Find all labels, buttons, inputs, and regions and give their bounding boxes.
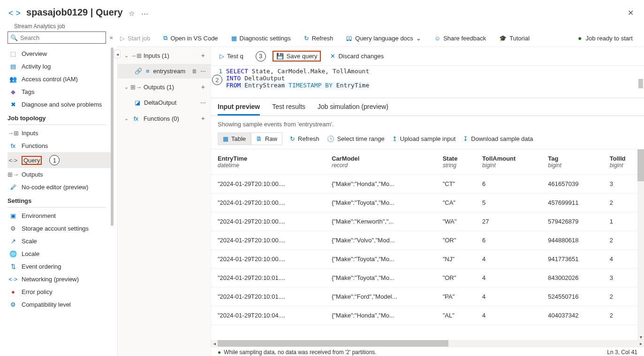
refresh-preview-button[interactable]: ↻Refresh	[290, 135, 319, 142]
nav-label: Compatibility level	[22, 301, 71, 308]
open-vscode-button[interactable]: ⧉Open in VS Code	[160, 32, 220, 44]
table-cell: 843002026	[541, 269, 603, 287]
scroll-left-icon[interactable]: ◂	[211, 340, 218, 347]
column-header-state[interactable]: Statestring	[436, 149, 476, 175]
add-output-icon[interactable]: +	[201, 83, 206, 91]
query-editor[interactable]: 1 2 3 SELECT State, CarModel.Make, TollA…	[211, 66, 644, 98]
query-docs-button[interactable]: 🕮Query language docs ⌄	[343, 33, 424, 44]
table-view-button[interactable]: ▦Table	[218, 132, 251, 145]
save-query-button[interactable]: 💾Save query	[273, 51, 321, 62]
tree-functions-group[interactable]: ⌄ fx Functions (0) +	[118, 110, 211, 127]
share-feedback-button[interactable]: ☺Share feedback	[432, 33, 489, 44]
nav-item-environment[interactable]: ▣Environment	[8, 209, 114, 222]
nav-item-scale[interactable]: ↗Scale	[8, 235, 114, 248]
scroll-down-icon[interactable]: ▾	[637, 333, 644, 340]
nav-label: Access control (IAM)	[22, 76, 78, 83]
left-nav: 🔍 « ⬚Overview▤Activity log👥Access contro…	[0, 30, 117, 356]
nav-item-compatibility-level[interactable]: ⚙Compatibility level	[8, 298, 114, 311]
file-icon[interactable]: 🗎	[192, 68, 197, 75]
nav-icon: ⬚	[9, 50, 17, 57]
nav-icon: ↗	[9, 238, 17, 245]
search-input[interactable]	[8, 31, 106, 44]
table-row[interactable]: "2024-01-29T20:10:00....{"Make":"Volvo",…	[211, 231, 644, 250]
table-row[interactable]: "2024-01-29T20:10:00....{"Make":"Honda",…	[211, 175, 644, 193]
column-header-tag[interactable]: Tagbigint	[541, 149, 603, 175]
table-row[interactable]: "2024-01-29T20:10:01....{"Make":"Ford","…	[211, 287, 644, 306]
tutorial-button[interactable]: 🎓Tutorial	[496, 33, 532, 44]
nav-item-networking-preview-[interactable]: <·>Networking (preview)	[8, 273, 114, 286]
start-job-button[interactable]: ▷Start job	[117, 33, 153, 44]
nav-item-no-code-editor-preview-[interactable]: 🖉No-code editor (preview)	[8, 181, 114, 193]
column-header-entrytime[interactable]: EntryTimedatetime	[211, 149, 325, 175]
add-function-icon[interactable]: +	[201, 115, 206, 122]
tab-job-simulation[interactable]: Job simulation (preview)	[318, 103, 388, 116]
diagnostic-settings-button[interactable]: ▦Diagnostic settings	[228, 33, 294, 44]
add-input-icon[interactable]: +	[201, 52, 206, 59]
tree-item-entrystream[interactable]: 🔗 ≡ entrystream 🗎 ⋯	[118, 64, 211, 78]
nav-item-overview[interactable]: ⬚Overview	[8, 47, 114, 60]
table-cell: {"Make":"Volvo","Mod...	[325, 231, 436, 250]
editor-scrollbar[interactable]	[638, 66, 643, 98]
table-cell: "CA"	[436, 193, 476, 212]
column-header-tollamount[interactable]: TollAmountbigint	[476, 149, 541, 175]
tab-test-results[interactable]: Test results	[272, 103, 305, 116]
tree-item-deltaoutput[interactable]: ◪ DeltaOutput ⋯	[118, 95, 211, 110]
nav-item-locale[interactable]: 🌐Locale	[8, 248, 114, 260]
nav-item-event-ordering[interactable]: ⇅Event ordering	[8, 260, 114, 273]
nav-item-storage-account-settings[interactable]: ⚙Storage account settings	[8, 222, 114, 235]
discard-changes-button[interactable]: ✕Discard changes	[327, 51, 386, 62]
tree-outputs-group[interactable]: ⌄ ⊞→ Outputs (1) +	[118, 78, 211, 95]
nav-item-query[interactable]: <·>Query1	[8, 152, 114, 168]
table-row[interactable]: "2024-01-29T20:10:00....{"Make":"Toyota"…	[211, 250, 644, 269]
nav-item-tags[interactable]: ◆Tags	[8, 85, 114, 98]
nav-item-access-control-iam-[interactable]: 👥Access control (IAM)	[8, 73, 114, 85]
table-cell: "2024-01-29T20:10:01....	[211, 269, 325, 287]
table-cell: 27	[476, 212, 541, 231]
nav-item-activity-log[interactable]: ▤Activity log	[8, 60, 114, 73]
annotation-1: 1	[49, 155, 60, 165]
favorite-star-icon[interactable]: ☆	[129, 9, 135, 18]
tree-inputs-group[interactable]: ⌄ →⊞ Inputs (1) +	[118, 47, 211, 64]
code-area[interactable]: SELECT State, CarModel.Make, TollAmountI…	[226, 68, 369, 92]
close-icon[interactable]: ✕	[626, 7, 636, 19]
table-cell: "CT"	[436, 175, 476, 193]
nav-item-diagnose-and-solve-problems[interactable]: ✖Diagnose and solve problems	[8, 98, 114, 111]
refresh-button[interactable]: ↻Refresh	[301, 33, 336, 44]
scroll-right-icon[interactable]: ▸	[637, 340, 644, 347]
select-time-range-button[interactable]: 🕓Select time range	[327, 135, 385, 142]
data-table-container: EntryTimedatetimeCarModelrecordStatestri…	[211, 149, 644, 340]
preview-toolbar: ▦Table 🗎Raw ↻Refresh 🕓Select time range …	[211, 131, 644, 149]
table-v-scrollbar[interactable]: ▾	[637, 149, 644, 340]
raw-view-button[interactable]: 🗎Raw	[251, 132, 282, 145]
nav-item-functions[interactable]: fxFunctions	[8, 139, 114, 152]
download-sample-button[interactable]: ↧Download sample data	[463, 135, 533, 142]
nav-item-error-policy[interactable]: ●Error policy	[8, 286, 114, 298]
test-query-button[interactable]: ▷Test q	[217, 51, 246, 62]
upload-sample-button[interactable]: ↥Upload sample input	[392, 135, 456, 142]
table-cell: 6	[476, 175, 541, 193]
page-subtitle: Stream Analytics job	[14, 23, 644, 30]
table-row[interactable]: "2024-01-29T20:10:01....{"Make":"Toyota"…	[211, 269, 644, 287]
table-cell: "NJ"	[436, 250, 476, 269]
tree-functions-label: Functions (0)	[144, 115, 179, 122]
table-row[interactable]: "2024-01-29T20:10:04....{"Make":"Honda",…	[211, 306, 644, 325]
column-header-carmodel[interactable]: CarModelrecord	[325, 149, 436, 175]
nav-icon: ⇅	[9, 263, 17, 270]
more-icon[interactable]: ⋯	[141, 9, 148, 18]
tree-inputs-label: Inputs (1)	[144, 52, 169, 59]
cursor-position: Ln 3, Col 41	[607, 349, 637, 356]
table-row[interactable]: "2024-01-29T20:10:00....{"Make":"Toyota"…	[211, 193, 644, 212]
tab-input-preview[interactable]: Input preview	[218, 103, 260, 116]
job-icon: < >	[8, 8, 21, 18]
more-icon[interactable]: ⋯	[200, 100, 206, 106]
io-tree: ◂ ⌄ →⊞ Inputs (1) + 🔗 ≡ entrystream 🗎 ⋯	[117, 47, 211, 356]
stream-icon: ≡	[146, 68, 150, 75]
table-row[interactable]: "2024-01-29T20:10:00....{"Make":"Kenwort…	[211, 212, 644, 231]
leftnav-scrollbar[interactable]	[111, 47, 114, 226]
table-h-scrollbar[interactable]: ◂ ▸	[211, 340, 644, 347]
collapse-nav-icon[interactable]: «	[110, 34, 113, 41]
tree-collapse-icon[interactable]: ◂	[114, 50, 121, 58]
nav-item-outputs[interactable]: ⊞→Outputs	[8, 168, 114, 181]
more-icon[interactable]: ⋯	[200, 68, 206, 75]
nav-item-inputs[interactable]: →⊞Inputs	[8, 127, 114, 139]
